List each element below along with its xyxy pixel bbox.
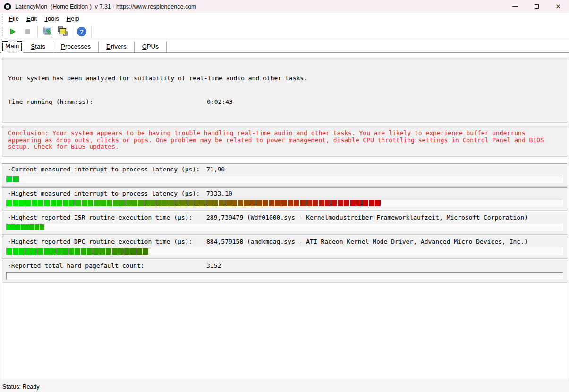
options-button[interactable] bbox=[40, 26, 55, 38]
tab-cpus[interactable]: CPUs bbox=[135, 41, 167, 52]
meter-highest-dpc: ·Highest reported DPC routine execution … bbox=[2, 236, 567, 259]
analysis-summary-text: Your system has been analyzed for suitab… bbox=[8, 74, 561, 83]
help-button[interactable]: ? bbox=[74, 26, 89, 38]
toolbar-separator bbox=[91, 26, 92, 37]
meter-value: 3152 bbox=[206, 262, 247, 270]
question-mark-icon: ? bbox=[76, 26, 87, 37]
minimize-icon bbox=[512, 6, 518, 7]
status-text: Status: Ready bbox=[2, 383, 40, 390]
stop-icon bbox=[25, 29, 31, 34]
meter-label: ·Current measured interrupt to process l… bbox=[8, 165, 206, 174]
meter-label: ·Reported total hard pagefault count: bbox=[8, 262, 206, 270]
minimize-button[interactable] bbox=[504, 0, 526, 13]
meter-highest-latency: ·Highest measured interrupt to process l… bbox=[2, 187, 567, 211]
monitor-pen-icon bbox=[42, 26, 53, 37]
play-icon bbox=[9, 28, 16, 35]
menu-help[interactable]: Help bbox=[63, 14, 83, 24]
meter-label: ·Highest reported ISR routine execution … bbox=[8, 213, 206, 222]
meter-current-latency: ·Current measured interrupt to process l… bbox=[2, 163, 567, 187]
meter-driver-detail: (Wdf01000.sys - Kernelmodustreiber-Frame… bbox=[247, 213, 528, 222]
report-button[interactable] bbox=[55, 26, 70, 38]
svg-text:?: ? bbox=[80, 28, 84, 35]
toolbar-grip[interactable] bbox=[2, 27, 3, 36]
meter-bar-track bbox=[6, 176, 563, 183]
conclusion-line: Conclusion: Your system appears to be ha… bbox=[8, 130, 561, 137]
menu-edit[interactable]: Edit bbox=[23, 14, 41, 24]
toolbar-separator bbox=[37, 26, 38, 37]
meter-bar-fill bbox=[7, 224, 44, 230]
conclusion-line: setup. Check for BIOS updates. bbox=[8, 144, 561, 151]
latencymon-window: { "window": { "title": "LatencyMon (Home… bbox=[0, 0, 569, 392]
layered-squares-icon bbox=[57, 26, 68, 37]
toolbar-separator bbox=[72, 26, 72, 37]
close-icon: ✕ bbox=[556, 3, 561, 9]
meter-label: ·Highest measured interrupt to process l… bbox=[8, 189, 206, 198]
tab-processes[interactable]: Processes bbox=[53, 41, 99, 52]
menu-file[interactable]: File bbox=[5, 14, 23, 24]
conclusion-panel: Conclusion: Your system appears to be ha… bbox=[2, 126, 567, 157]
title-bar: LatencyMon (Home Edition ) v 7.31 - http… bbox=[0, 0, 569, 13]
maximize-button[interactable] bbox=[526, 0, 547, 13]
toolbar: ? bbox=[0, 25, 569, 39]
close-button[interactable]: ✕ bbox=[547, 0, 569, 13]
menu-tools[interactable]: Tools bbox=[41, 14, 62, 24]
meter-bar-track bbox=[6, 200, 563, 207]
meter-bar-fill bbox=[7, 200, 381, 206]
meter-bar-fill bbox=[7, 248, 148, 255]
time-running-value: 0:02:43 bbox=[207, 97, 233, 107]
main-tab-page: Your system has been analyzed for suitab… bbox=[0, 53, 569, 381]
meter-driver-detail: (amdkmdag.sys - ATI Radeon Kernel Mode D… bbox=[247, 238, 528, 246]
meter-bar-track bbox=[6, 248, 563, 255]
meter-value: 884,579158 bbox=[206, 238, 247, 246]
tab-main[interactable]: Main bbox=[1, 40, 23, 53]
stop-monitor-button[interactable] bbox=[20, 26, 35, 38]
meter-bar-track bbox=[6, 224, 563, 231]
maximize-icon bbox=[535, 4, 539, 9]
menu-bar: FileEditToolsHelp bbox=[0, 13, 569, 25]
tab-strip: MainStatsProcessesDriversCPUs bbox=[0, 39, 569, 53]
time-running-label: Time running (h:mm:ss): bbox=[8, 97, 207, 107]
meter-value: 7333,10 bbox=[206, 189, 247, 198]
meter-bar-track bbox=[6, 272, 563, 279]
window-controls: ✕ bbox=[504, 0, 569, 13]
start-monitor-button[interactable] bbox=[5, 26, 20, 38]
meters-section: ·Current measured interrupt to process l… bbox=[2, 163, 567, 283]
window-title: LatencyMon (Home Edition ) v 7.31 - http… bbox=[15, 3, 196, 10]
menubar-grip[interactable] bbox=[2, 14, 3, 24]
meter-highest-isr: ·Highest reported ISR routine execution … bbox=[2, 212, 567, 235]
meter-bar-fill bbox=[7, 176, 19, 182]
latencymon-logo-icon bbox=[4, 3, 11, 10]
meter-value: 289,739479 bbox=[206, 213, 247, 222]
meter-pagefault-count: ·Reported total hard pagefault count:315… bbox=[2, 260, 567, 283]
tab-drivers[interactable]: Drivers bbox=[99, 41, 135, 52]
conclusion-line: appearing as drop outs, clicks or pops. … bbox=[8, 137, 561, 144]
meter-label: ·Highest reported DPC routine execution … bbox=[8, 238, 206, 246]
meter-value: 71,90 bbox=[206, 165, 247, 174]
tab-stats[interactable]: Stats bbox=[23, 41, 53, 52]
status-bar: Status: Ready bbox=[0, 381, 569, 392]
analysis-summary-panel: Your system has been analyzed for suitab… bbox=[2, 58, 567, 123]
